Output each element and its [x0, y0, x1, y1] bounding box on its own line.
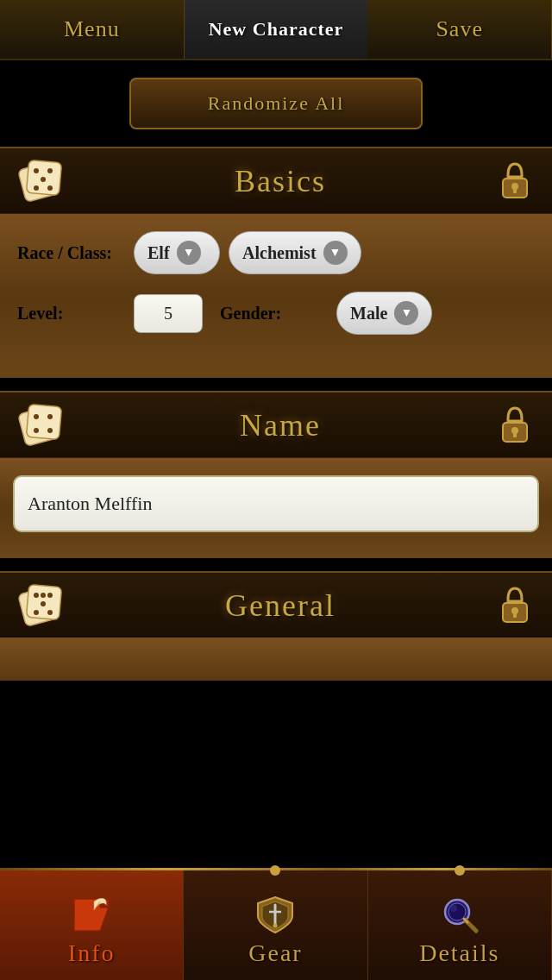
details-tab-label: Details — [419, 939, 499, 967]
name-header: Name — [0, 391, 552, 458]
race-chevron-icon: ▼ — [177, 241, 201, 265]
name-section: Name — [0, 391, 552, 558]
basics-lock-icon[interactable] — [496, 160, 535, 203]
gender-chevron-icon: ▼ — [394, 301, 418, 325]
class-select[interactable]: Alchemist ▼ — [229, 231, 361, 274]
svg-point-13 — [47, 414, 53, 419]
info-tab-icon — [68, 892, 116, 935]
basics-header: Basics — [0, 147, 552, 214]
svg-point-25 — [47, 610, 53, 615]
level-input[interactable]: 5 — [134, 294, 203, 333]
general-lock-icon[interactable] — [496, 584, 535, 627]
gear-tab-icon — [252, 892, 299, 935]
svg-point-14 — [34, 428, 39, 433]
svg-point-23 — [41, 601, 46, 606]
svg-point-36 — [273, 923, 278, 927]
svg-rect-9 — [513, 188, 517, 193]
gear-tab-label: Gear — [248, 939, 302, 967]
gap-2 — [0, 558, 552, 571]
details-tab-icon — [436, 892, 483, 935]
svg-point-21 — [34, 593, 39, 598]
svg-point-5 — [34, 185, 39, 191]
svg-point-15 — [47, 428, 53, 433]
randomize-section: Randomize All — [0, 60, 552, 147]
title-button: New Character — [185, 0, 368, 59]
name-lock-icon[interactable] — [496, 404, 535, 447]
tab-info[interactable]: Info — [0, 870, 184, 980]
general-header: General — [0, 571, 552, 638]
svg-point-22 — [47, 593, 53, 598]
info-tab-label: Info — [68, 939, 116, 967]
gear-tab-divider — [270, 865, 280, 876]
level-gender-row: Level: 5 Gender: Male ▼ — [17, 292, 535, 335]
character-name-input[interactable] — [13, 475, 539, 532]
name-dice-icon[interactable] — [17, 401, 65, 449]
svg-point-26 — [41, 593, 46, 598]
race-class-row: Race / Class: Elf ▼ Alchemist ▼ — [17, 231, 535, 274]
bottom-tab-bar: Info Gear — [0, 868, 552, 980]
svg-point-2 — [34, 168, 39, 173]
save-button[interactable]: Save — [367, 0, 552, 59]
svg-rect-18 — [513, 432, 517, 437]
general-section: General — [0, 571, 552, 681]
top-navigation: Menu New Character Save — [0, 0, 552, 60]
menu-button[interactable]: Menu — [0, 0, 185, 59]
svg-point-24 — [34, 610, 39, 615]
basics-dice-icon[interactable] — [17, 157, 65, 204]
svg-point-3 — [47, 168, 53, 173]
gender-select[interactable]: Male ▼ — [336, 292, 432, 335]
level-label: Level: — [17, 304, 121, 324]
general-content — [0, 638, 552, 681]
details-tab-divider — [455, 865, 465, 876]
race-class-label: Race / Class: — [17, 243, 121, 263]
gap-1 — [0, 378, 552, 391]
main-content: Randomize All Basics — [0, 60, 552, 868]
gender-label: Gender: — [220, 304, 323, 324]
name-title: Name — [65, 407, 496, 443]
randomize-all-button[interactable]: Randomize All — [129, 78, 423, 129]
name-content — [0, 458, 552, 558]
race-select[interactable]: Elf ▼ — [134, 231, 220, 274]
tab-details[interactable]: Details — [368, 870, 552, 980]
svg-point-6 — [47, 185, 53, 191]
tab-gear[interactable]: Gear — [184, 870, 367, 980]
race-class-selects: Elf ▼ Alchemist ▼ — [134, 231, 361, 274]
class-chevron-icon: ▼ — [323, 241, 348, 265]
basics-content: Race / Class: Elf ▼ Alchemist ▼ Level: 5… — [0, 214, 552, 378]
svg-rect-11 — [26, 404, 61, 439]
basics-title: Basics — [65, 163, 496, 199]
svg-rect-29 — [513, 612, 517, 618]
general-dice-icon[interactable] — [17, 581, 65, 629]
svg-point-12 — [34, 414, 39, 419]
svg-point-39 — [450, 905, 457, 912]
general-title: General — [65, 587, 496, 624]
svg-point-4 — [41, 177, 46, 182]
basics-section: Basics Race / Class: Elf ▼ — [0, 147, 552, 378]
